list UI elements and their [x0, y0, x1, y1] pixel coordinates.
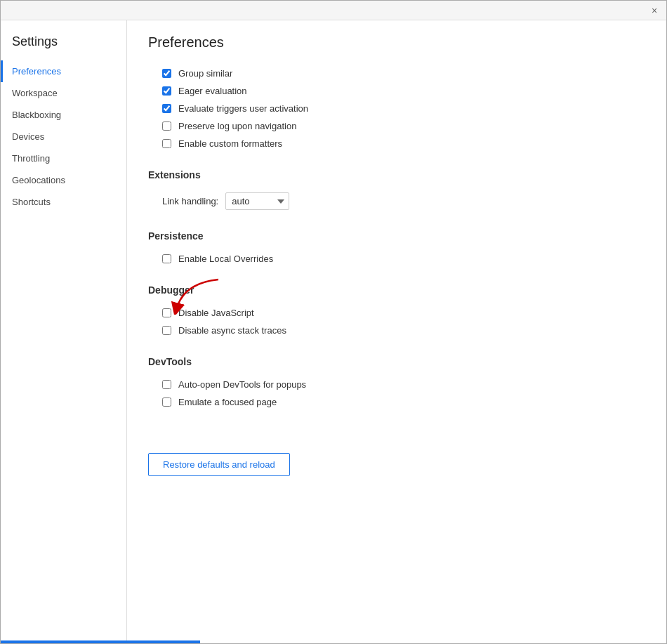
debugger-section-title: Debugger	[148, 284, 645, 296]
auto-open-label[interactable]: Auto-open DevTools for popups	[178, 379, 306, 390]
group-similar-checkbox[interactable]	[162, 69, 171, 78]
close-button[interactable]: ×	[648, 4, 661, 17]
page-title: Preferences	[148, 34, 645, 51]
restore-defaults-button[interactable]: Restore defaults and reload	[148, 453, 290, 476]
restore-button-container: Restore defaults and reload	[148, 432, 645, 476]
extensions-section: Link handling: auto vs-code webstorm	[162, 189, 645, 213]
settings-window: × Settings Preferences Workspace Blackbo…	[0, 0, 667, 644]
sidebar-item-throttling[interactable]: Throttling	[1, 147, 126, 169]
checkbox-row-custom-formatters: Enable custom formatters	[162, 135, 645, 152]
sidebar-title: Settings	[1, 29, 126, 60]
local-overrides-checkbox[interactable]	[162, 254, 171, 263]
devtools-section-title: DevTools	[148, 356, 645, 367]
checkbox-row-local-overrides: Enable Local Overrides	[162, 250, 645, 268]
checkbox-row-preserve-log: Preserve log upon navigation	[162, 117, 645, 135]
emulate-focused-label[interactable]: Emulate a focused page	[178, 397, 277, 407]
link-handling-label: Link handling:	[162, 196, 218, 206]
title-bar: ×	[1, 1, 666, 20]
disable-js-label[interactable]: Disable JavaScript	[178, 308, 254, 318]
checkbox-row-disable-async: Disable async stack traces	[162, 322, 645, 339]
extensions-section-title: Extensions	[148, 169, 645, 180]
link-handling-row: Link handling: auto vs-code webstorm	[162, 189, 645, 213]
checkbox-row-emulate-focused: Emulate a focused page	[162, 393, 645, 411]
checkbox-row-group-similar: Group similar	[162, 65, 645, 82]
evaluate-triggers-checkbox[interactable]	[162, 104, 171, 113]
disable-async-label[interactable]: Disable async stack traces	[178, 325, 286, 336]
persistence-section: Enable Local Overrides	[162, 250, 645, 268]
sidebar-item-geolocations[interactable]: Geolocations	[1, 169, 126, 191]
sidebar-item-devices[interactable]: Devices	[1, 126, 126, 147]
disable-async-checkbox[interactable]	[162, 326, 171, 335]
main-content: Preferences Group similar Eager evaluati…	[127, 20, 666, 640]
link-handling-select[interactable]: auto vs-code webstorm	[225, 192, 289, 210]
main-scroll-area: Preferences Group similar Eager evaluati…	[127, 20, 666, 640]
persistence-section-title: Persistence	[148, 230, 645, 242]
debugger-section: Disable JavaScript Disable async stack t…	[162, 304, 645, 339]
devtools-section: Auto-open DevTools for popups Emulate a …	[162, 376, 645, 411]
auto-open-checkbox[interactable]	[162, 380, 171, 389]
group-similar-label[interactable]: Group similar	[178, 68, 232, 79]
checkbox-row-eager-evaluation: Eager evaluation	[162, 82, 645, 100]
content-area: Settings Preferences Workspace Blackboxi…	[1, 20, 666, 640]
console-section: Group similar Eager evaluation Evaluate …	[162, 65, 645, 152]
evaluate-triggers-label[interactable]: Evaluate triggers user activation	[178, 103, 308, 114]
disable-js-checkbox[interactable]	[162, 308, 171, 317]
preserve-log-label[interactable]: Preserve log upon navigation	[178, 121, 296, 131]
checkbox-row-disable-js: Disable JavaScript	[162, 304, 645, 322]
sidebar-item-preferences[interactable]: Preferences	[1, 60, 126, 82]
local-overrides-label[interactable]: Enable Local Overrides	[178, 254, 273, 264]
custom-formatters-label[interactable]: Enable custom formatters	[178, 138, 282, 149]
emulate-focused-checkbox[interactable]	[162, 397, 171, 407]
preserve-log-checkbox[interactable]	[162, 121, 171, 131]
sidebar-item-shortcuts[interactable]: Shortcuts	[1, 191, 126, 213]
sidebar-item-workspace[interactable]: Workspace	[1, 82, 126, 104]
sidebar: Settings Preferences Workspace Blackboxi…	[1, 20, 127, 640]
checkbox-row-auto-open: Auto-open DevTools for popups	[162, 376, 645, 393]
eager-evaluation-checkbox[interactable]	[162, 86, 171, 96]
custom-formatters-checkbox[interactable]	[162, 139, 171, 148]
eager-evaluation-label[interactable]: Eager evaluation	[178, 86, 247, 96]
bottom-indicator-bar	[1, 640, 666, 643]
checkbox-row-evaluate-triggers: Evaluate triggers user activation	[162, 100, 645, 117]
sidebar-item-blackboxing[interactable]: Blackboxing	[1, 104, 126, 126]
